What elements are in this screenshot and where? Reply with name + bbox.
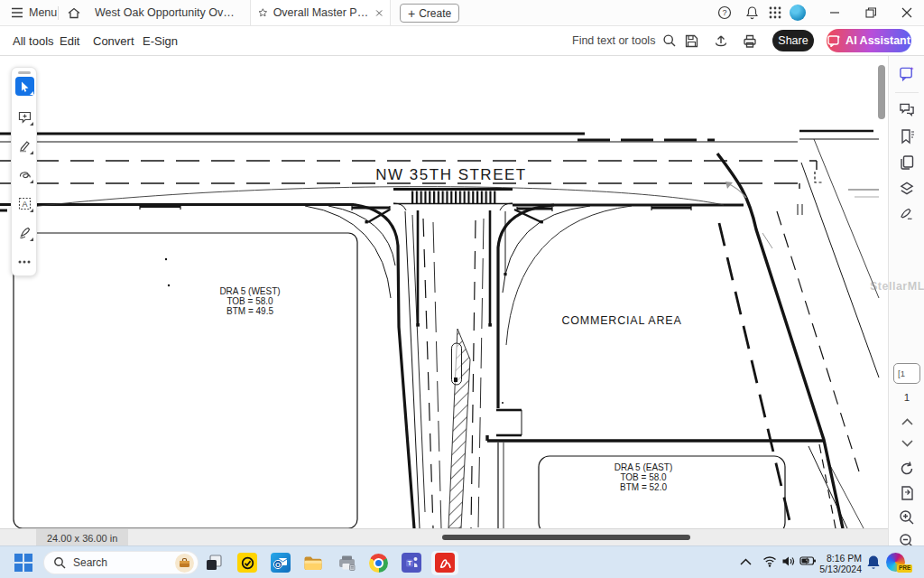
all-tools-label: All tools xyxy=(13,34,54,48)
share-file-button[interactable] xyxy=(713,26,729,55)
highlight-tool[interactable] xyxy=(15,136,34,155)
copilot-pre-badge: PRE xyxy=(897,564,912,573)
briefcase-icon xyxy=(179,557,190,568)
norton-app-button[interactable] xyxy=(237,553,257,573)
commercial-area-label: COMMERCIAL AREA xyxy=(561,314,681,327)
page-size-label: 24.00 x 36.00 in xyxy=(47,533,117,544)
draw-tool[interactable] xyxy=(15,165,34,184)
add-text-tool[interactable]: A xyxy=(15,194,34,213)
page-number-input[interactable]: [1 xyxy=(893,363,920,384)
user-avatar[interactable] xyxy=(790,5,806,21)
tray-overflow-button[interactable] xyxy=(740,558,752,565)
esign-menu[interactable]: E-Sign xyxy=(143,26,178,55)
fill-sign-tool[interactable] xyxy=(15,223,34,242)
find-tools-button[interactable]: Find text or tools xyxy=(572,26,677,55)
zoom-in-button[interactable] xyxy=(899,509,915,526)
document-canvas[interactable]: NW 35TH STREET COMMERCIAL AREA DRA 5 (WE… xyxy=(0,56,888,528)
chrome-icon xyxy=(369,554,388,573)
menu-label: Menu xyxy=(29,6,57,19)
start-button[interactable] xyxy=(14,553,33,573)
fit-page-button[interactable] xyxy=(899,485,915,501)
teams-app-button[interactable]: T xyxy=(402,553,421,573)
star-icon[interactable] xyxy=(258,6,268,19)
outlook-app-button[interactable]: O xyxy=(271,553,291,573)
search-icon xyxy=(53,556,66,569)
date-label: 5/13/2024 xyxy=(806,564,862,574)
more-tools[interactable] xyxy=(15,252,34,271)
taskbar-search[interactable]: Search xyxy=(43,551,199,574)
site-plan-svg: NW 35TH STREET COMMERCIAL AREA DRA 5 (WE… xyxy=(0,56,888,528)
create-label: Create xyxy=(419,7,451,20)
notification-center-button[interactable] xyxy=(866,555,881,570)
edit-menu[interactable]: Edit xyxy=(60,26,79,55)
menu-button[interactable]: Menu xyxy=(11,0,57,25)
page-size-badge: 24.00 x 36.00 in xyxy=(36,529,128,546)
restore-icon xyxy=(865,7,876,18)
street-label: NW 35TH STREET xyxy=(375,166,526,183)
save-icon xyxy=(684,33,699,49)
vertical-scrollbar-thumb[interactable] xyxy=(878,65,885,119)
tab-label: Overall Master Plan_05... xyxy=(273,6,370,19)
tray-clock[interactable]: 8:16 PM 5/13/2024 xyxy=(806,553,862,574)
convert-menu[interactable]: Convert xyxy=(93,26,134,55)
rotate-page-button[interactable] xyxy=(899,461,915,477)
previous-page-button[interactable] xyxy=(899,414,915,430)
restore-button[interactable] xyxy=(857,0,884,25)
dra-west-line3: BTM = 49.5 xyxy=(226,306,273,316)
tab-west-oak[interactable]: West Oak Opportunity Overvie... xyxy=(95,0,237,25)
print-button[interactable] xyxy=(742,26,758,55)
task-view-button[interactable] xyxy=(204,553,224,573)
svg-text:A: A xyxy=(22,200,27,209)
wifi-icon xyxy=(762,555,777,567)
page-total: 1 xyxy=(889,392,924,403)
chrome-app-button[interactable] xyxy=(368,553,388,573)
share-label: Share xyxy=(778,34,808,47)
comments-panel-button[interactable] xyxy=(899,101,915,117)
minimize-button[interactable] xyxy=(821,0,848,25)
pages-panel-button[interactable] xyxy=(899,154,915,171)
panel-drag-handle[interactable] xyxy=(18,71,31,74)
printer-icon xyxy=(742,33,758,49)
close-tab-icon[interactable] xyxy=(375,8,383,18)
home-button[interactable] xyxy=(67,0,81,25)
close-window-button[interactable] xyxy=(893,0,920,25)
svg-text:O: O xyxy=(275,561,281,569)
save-button[interactable] xyxy=(684,26,699,55)
home-icon xyxy=(67,6,81,20)
share-button[interactable]: Share xyxy=(772,30,814,51)
acrobat-app-button[interactable] xyxy=(435,553,455,573)
create-button[interactable]: + Create xyxy=(400,4,459,23)
signature-panel-button[interactable] xyxy=(899,206,915,222)
scanner-app-button[interactable] xyxy=(337,553,356,573)
notifications-button[interactable] xyxy=(745,0,759,25)
file-explorer-button[interactable] xyxy=(303,553,323,573)
norton-icon xyxy=(237,553,257,573)
ai-assistant-panel-button[interactable] xyxy=(899,65,915,81)
add-comment-tool[interactable] xyxy=(15,107,34,126)
convert-label: Convert xyxy=(93,34,134,48)
next-page-button[interactable] xyxy=(899,435,915,452)
ai-assistant-label: AI Assistant xyxy=(845,34,910,47)
help-button[interactable]: ? xyxy=(717,0,732,25)
page-number-value: [1 xyxy=(898,368,905,378)
horizontal-scrollbar-thumb[interactable] xyxy=(442,535,690,540)
svg-text:?: ? xyxy=(722,8,726,17)
volume-indicator[interactable] xyxy=(781,555,795,567)
divider xyxy=(58,6,59,20)
all-tools-menu[interactable]: All tools xyxy=(13,26,54,55)
layers-panel-button[interactable] xyxy=(899,181,915,197)
apps-button[interactable] xyxy=(769,0,781,25)
rotate-icon xyxy=(899,461,915,477)
bookmark-icon xyxy=(899,128,915,144)
ai-assistant-button[interactable]: AI Assistant xyxy=(827,29,911,52)
esign-label: E-Sign xyxy=(143,34,178,48)
wifi-indicator[interactable] xyxy=(762,555,777,567)
task-view-icon xyxy=(205,554,223,572)
bookmarks-panel-button[interactable] xyxy=(899,128,915,144)
outlook-icon: O xyxy=(271,553,291,573)
search-placeholder: Search xyxy=(73,556,168,569)
tab-overall-master-plan[interactable]: Overall Master Plan_05... xyxy=(250,0,391,25)
speaker-icon xyxy=(781,555,795,567)
select-tool[interactable] xyxy=(15,77,34,96)
plus-icon: + xyxy=(408,7,415,20)
